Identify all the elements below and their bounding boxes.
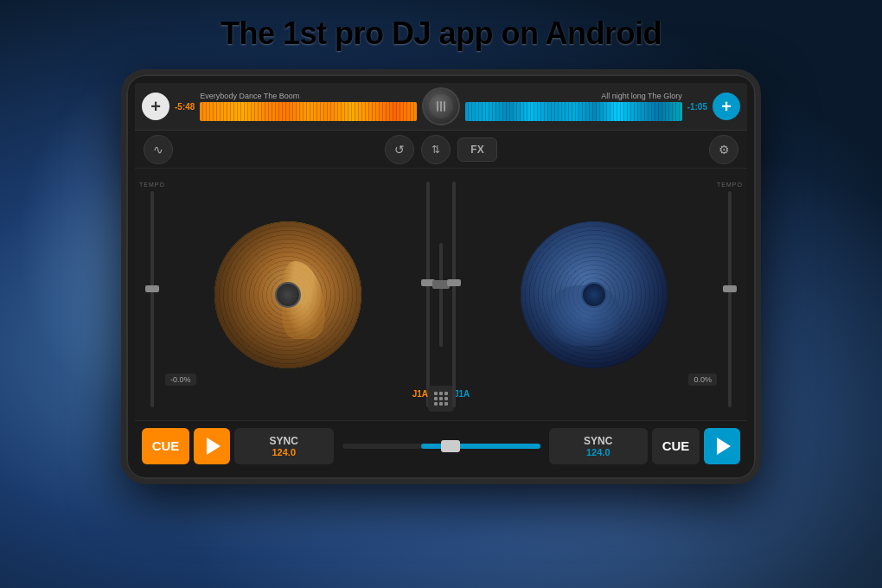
tempo-label-right: TEMPO <box>717 182 743 188</box>
pitch-track-left <box>150 191 154 407</box>
pitch-handle-right1[interactable] <box>447 279 461 286</box>
deck-right-time: -1:05 <box>687 102 707 112</box>
knob-line-2 <box>440 101 442 112</box>
crossfader-handle[interactable] <box>441 440 460 452</box>
pitch-slider-right-left[interactable] <box>445 182 463 407</box>
sync-label-left: SYNC <box>270 435 298 447</box>
knob-lines <box>437 101 445 112</box>
deck-left: TEMPO -0.0% <box>135 169 441 420</box>
sync-button-right[interactable]: SYNC 124.0 <box>549 428 649 464</box>
sync-bpm-right: 124.0 <box>586 447 610 457</box>
dj-app: + -5:48 Everybody Dance The Boom <box>135 83 747 470</box>
deck-right-track-area: All night long The Glory <box>465 92 682 121</box>
tempo-label-left: TEMPO <box>139 182 165 188</box>
top-bar: + -5:48 Everybody Dance The Boom <box>135 83 747 131</box>
pitch-slider-right[interactable]: TEMPO <box>721 182 738 407</box>
wave-icon: ∿ <box>153 143 163 157</box>
settings-icon: ⚙ <box>719 143 730 157</box>
controls-row: ∿ ↺ ⇅ FX ⚙ <box>135 131 747 169</box>
eq-button[interactable]: ⇅ <box>421 135 451 164</box>
deck-right: 0.0% TEMPO <box>441 169 747 420</box>
play-icon-left <box>207 438 220 455</box>
vinyl-right[interactable] <box>521 221 668 368</box>
sync-label-right: SYNC <box>584 435 612 447</box>
play-button-left[interactable] <box>194 428 230 464</box>
cue-button-left[interactable]: CUE <box>142 428 189 464</box>
tablet-device: + -5:48 Everybody Dance The Boom <box>121 69 761 484</box>
knob-line-3 <box>444 101 445 112</box>
vinyl-center-right <box>581 282 607 308</box>
pitch-display-left: -0.0% <box>165 374 196 386</box>
deck-left-track-name: Everybody Dance The Boom <box>200 92 417 100</box>
sync-button-left[interactable]: SYNC 124.0 <box>234 428 334 464</box>
add-left-button[interactable]: + <box>142 93 169 120</box>
center-knob[interactable] <box>422 87 460 125</box>
grid-dot-4 <box>434 397 438 400</box>
pitch-slider-left[interactable]: TEMPO <box>144 182 161 407</box>
vinyl-left[interactable] <box>214 221 361 368</box>
play-icon-right <box>717 438 731 455</box>
loop-icon: ↺ <box>394 143 405 157</box>
settings-button[interactable]: ⚙ <box>709 135 738 164</box>
crossfader-container <box>338 428 545 464</box>
pitch-handle-right[interactable] <box>723 285 737 292</box>
pitch-track-right <box>728 191 732 407</box>
pitch-track-right1 <box>452 182 456 407</box>
grid-dot-1 <box>434 392 438 395</box>
vinyl-center-left <box>275 282 301 308</box>
crossfader-fill <box>421 444 540 449</box>
deck-left-time: -5:48 <box>175 102 195 112</box>
play-button-right[interactable] <box>704 428 740 464</box>
pitch-display-right: 0.0% <box>688 374 717 386</box>
deck-right-waveform[interactable] <box>465 102 682 121</box>
center-knob-inner <box>429 94 453 118</box>
sync-bpm-left: 124.0 <box>272 447 296 457</box>
loop-button[interactable]: ↺ <box>385 135 414 164</box>
deck-right-track-name: All night long The Glory <box>465 92 682 100</box>
fx-label: FX <box>470 144 483 156</box>
track-id-left: J1A <box>412 389 428 399</box>
grid-dot-7 <box>434 402 438 406</box>
deck-left-waveform[interactable] <box>200 102 417 121</box>
bottom-bar: CUE SYNC 124.0 SYNC <box>135 420 747 470</box>
pitch-handle-left[interactable] <box>145 285 159 292</box>
tablet-screen: + -5:48 Everybody Dance The Boom <box>135 83 747 470</box>
crossfader-track <box>342 444 540 449</box>
eq-icon: ⇅ <box>431 144 440 156</box>
knob-line-1 <box>437 101 438 112</box>
app-headline: The 1st pro DJ app on Android <box>0 16 882 52</box>
deck-left-track-area: Everybody Dance The Boom <box>200 92 417 121</box>
fx-button[interactable]: FX <box>457 137 496 162</box>
add-right-button[interactable]: + <box>713 93 740 120</box>
cue-button-right[interactable]: CUE <box>652 428 700 464</box>
waveform-button[interactable]: ∿ <box>144 135 173 164</box>
deck-area: TEMPO -0.0% <box>135 169 747 420</box>
